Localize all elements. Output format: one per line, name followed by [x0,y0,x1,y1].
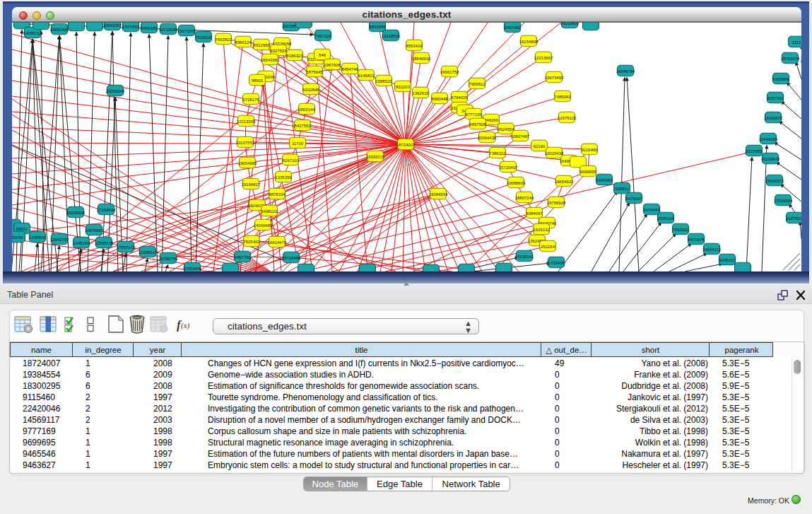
svg-text:98901: 98901 [252,78,264,83]
svg-text:8267110: 8267110 [283,158,300,163]
svg-text:1335359: 1335359 [275,175,292,180]
svg-text:10973493: 10973493 [545,76,564,80]
svg-text:4553419: 4553419 [406,44,423,48]
svg-text:18640910: 18640910 [412,57,431,61]
svg-text:9084067: 9084067 [526,211,543,216]
svg-text:13218506: 13218506 [382,34,401,38]
svg-text:19654985: 19654985 [238,161,257,165]
svg-text:16033809: 16033809 [560,23,579,25]
svg-text:16543382: 16543382 [261,58,280,62]
svg-text:1167533: 1167533 [787,216,801,221]
svg-text:62160: 62160 [534,144,546,148]
svg-text:832203: 832203 [396,85,411,89]
svg-text:1588520: 1588520 [375,79,392,83]
svg-text:2087682: 2087682 [504,25,521,30]
svg-text:10958117: 10958117 [139,250,158,255]
svg-text:546: 546 [319,53,326,57]
svg-text:9227342: 9227342 [767,96,784,100]
svg-text:10688609: 10688609 [507,181,526,185]
svg-text:2935114: 2935114 [658,216,675,221]
svg-text:10807487: 10807487 [511,134,530,139]
svg-text:9329966: 9329966 [772,77,789,81]
svg-text:10107552: 10107552 [236,141,255,145]
svg-text:16671355: 16671355 [177,29,196,33]
svg-text:1733426: 1733426 [548,261,565,265]
svg-text:7955812: 7955812 [469,82,486,86]
svg-text:16210643: 16210643 [761,157,780,161]
svg-text:20364436: 20364436 [478,136,497,140]
svg-text:10719185: 10719185 [159,28,178,32]
svg-text:10654112: 10654112 [702,247,722,252]
svg-text:8878334: 8878334 [269,192,286,197]
svg-text:16961758: 16961758 [440,70,459,74]
svg-text:15692971: 15692971 [765,179,784,183]
svg-text:8454749: 8454749 [341,67,358,71]
svg-text:7485063: 7485063 [554,95,571,99]
svg-text:12942757: 12942757 [50,238,69,242]
svg-text:16648784: 16648784 [616,69,635,74]
svg-text:9327503: 9327503 [270,49,287,53]
svg-text:9245012: 9245012 [719,258,736,262]
svg-text:8427552: 8427552 [294,124,311,128]
svg-text:12505135: 12505135 [95,241,114,245]
svg-text:11700: 11700 [292,141,304,146]
svg-text:6479197: 6479197 [625,197,642,201]
svg-text:9242848: 9242848 [302,88,319,92]
svg-text:9474444: 9474444 [643,208,660,212]
svg-text:14099489: 14099489 [254,223,273,228]
svg-text:8186323: 8186323 [286,54,303,58]
svg-text:8813054: 8813054 [369,25,386,29]
svg-text:2718176: 2718176 [242,98,259,102]
svg-text:14136141: 14136141 [515,255,534,259]
svg-text:10025438: 10025438 [545,151,564,156]
svg-text:11923446: 11923446 [183,267,202,271]
svg-text:8990448: 8990448 [431,97,448,101]
svg-text:6897508: 6897508 [469,122,486,127]
svg-text:9146821: 9146821 [358,74,375,78]
svg-text:10975867: 10975867 [85,228,104,233]
svg-text:7386322: 7386322 [489,151,506,156]
svg-text:16914479: 16914479 [268,240,287,245]
svg-text:20691406: 20691406 [50,28,69,32]
svg-text:252254: 252254 [541,245,555,249]
svg-text:15720407: 15720407 [499,165,518,170]
svg-text:9777109: 9777109 [465,112,482,117]
svg-text:8912956: 8912956 [253,43,270,47]
svg-text:1362615: 1362615 [412,91,429,95]
svg-text:16154808: 16154808 [519,40,539,44]
svg-text:2803144: 2803144 [298,107,315,112]
svg-text:7632621: 7632621 [672,228,689,232]
svg-text:3215955: 3215955 [746,149,763,153]
svg-text:12975115: 12975115 [558,116,577,120]
svg-text:(x): (x) [181,321,190,330]
svg-text:33154: 33154 [12,235,23,240]
svg-text:6794028: 6794028 [451,95,468,100]
svg-text:14055712: 14055712 [23,31,42,35]
svg-text:2967608: 2967608 [324,63,341,67]
svg-text:12093872: 12093872 [764,116,783,120]
svg-text:12444185: 12444185 [759,137,778,141]
svg-text:15716485: 15716485 [282,256,301,260]
svg-text:10653267: 10653267 [103,23,122,28]
svg-text:8471676: 8471676 [688,238,705,242]
svg-text:9457791: 9457791 [234,255,251,259]
svg-text:19384554: 19384554 [429,192,448,197]
svg-text:20053346: 20053346 [106,89,125,93]
svg-text:9699695: 9699695 [579,170,596,174]
svg-text:16782759: 16782759 [159,257,178,261]
svg-text:1112: 1112 [792,40,801,45]
svg-text:1615132: 1615132 [533,228,550,232]
svg-text:3624554: 3624554 [498,127,514,132]
svg-text:1156829: 1156829 [30,235,47,240]
svg-text:19302015: 19302015 [366,155,385,159]
svg-text:19654923: 19654923 [555,180,574,184]
svg-text:19166827: 19166827 [242,182,261,187]
svg-text:8960124: 8960124 [235,40,252,45]
svg-text:1527602: 1527602 [122,25,139,29]
svg-text:18724007: 18724007 [396,143,416,147]
svg-text:7515526: 7515526 [195,35,212,40]
svg-text:19756928: 19756928 [547,201,566,205]
svg-text:938931: 938931 [615,187,630,191]
svg-text:12213967: 12213967 [534,56,553,60]
svg-text:9115460: 9115460 [582,148,599,152]
